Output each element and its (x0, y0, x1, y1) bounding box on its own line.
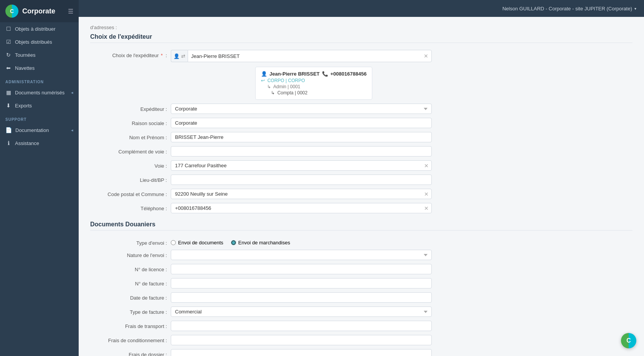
frais-cond-input[interactable] (171, 335, 432, 345)
nom-prenom-input[interactable] (171, 132, 432, 142)
form-row-type-facture: Type de facture : Commercial (90, 307, 632, 317)
form-row-lieu-dit: Lieu-dit/BP : (90, 175, 632, 185)
expediteur-icon-group: 👤 ⇄ (171, 50, 188, 62)
telephone-clear-icon[interactable]: ✕ (424, 205, 429, 211)
form-row-choix-expediteur: Choix de l'expéditeur * : 👤 ⇄ ✕ (90, 50, 632, 62)
person-info-card: 👤 Jean-Pierre BRISSET 📞 +008016788456 ↩ … (255, 67, 372, 100)
code-postal-input[interactable] (171, 189, 432, 199)
frais-transport-label: Frais de transport : (90, 321, 167, 329)
info-corp: CORPO | CORPO (268, 78, 305, 83)
radio-envoi-documents[interactable]: Envoi de documents (171, 240, 223, 246)
form-row-type-envoi: Type d'envoi : Envoi de documents Envoi … (90, 237, 632, 246)
expediteur-main[interactable]: ✕ (188, 50, 432, 62)
form-row-expediteur: Expéditeur : Corporate (90, 104, 632, 114)
type-facture-label: Type de facture : (90, 307, 167, 315)
info-name-line: 👤 Jean-Pierre BRISSET 📞 +008016788456 (261, 71, 367, 77)
checkbox-empty-icon: ☐ (5, 26, 12, 32)
grid-icon: ▦ (5, 89, 12, 96)
expediteur-select[interactable]: Corporate (171, 104, 432, 114)
sidebar-item-documentation[interactable]: 📄 Documentation ◂ (0, 124, 79, 137)
form-row-date-facture: Date de facture : (90, 292, 632, 303)
section-title-douaniers: Documents Douaniers (90, 221, 632, 231)
arrow-icon: ◂ (71, 128, 73, 133)
telephone-label: Téléphone : (90, 203, 167, 211)
raison-sociale-input[interactable] (171, 118, 432, 128)
type-envoi-radio-group: Envoi de documents Envoi de marchandises (171, 237, 290, 246)
code-postal-label: Code postal et Commune : (90, 189, 167, 197)
form-row-code-postal: Code postal et Commune : ✕ (90, 189, 632, 199)
app-title: Corporate (22, 7, 55, 15)
sidebar-item-exports[interactable]: ⬇ Exports (0, 99, 79, 112)
form-row-frais-cond: Frais de conditionnement : (90, 335, 632, 345)
help-icon: C (626, 337, 631, 344)
sidebar-item-navettes[interactable]: ⬅ Navettes (0, 61, 79, 74)
info-sub-line: ↳ Admin | 0001 (261, 84, 367, 89)
radio-doc-label: Envoi de documents (178, 240, 223, 246)
lieu-dit-label: Lieu-dit/BP : (90, 175, 167, 183)
sidebar-item-objets-distribuer[interactable]: ☐ Objets à distribuer (0, 22, 79, 35)
telephone-input-wrapper: ✕ (171, 203, 432, 213)
clear-icon[interactable]: ✕ (424, 53, 428, 59)
required-mark: * (161, 53, 163, 58)
pre-section-text: d'adresses : (90, 25, 632, 33)
top-header: Nelson GUILLARD - Corporate - site JUPIT… (79, 0, 644, 17)
chevron-down-icon: ▾ (634, 7, 636, 11)
lieu-dit-input[interactable] (171, 175, 432, 185)
info-name: Jean-Pierre BRISSET (269, 71, 320, 77)
radio-envoi-marchandises[interactable]: Envoi de marchandises (231, 240, 290, 246)
checkbox-checked-icon: ☑ (5, 39, 12, 45)
form-row-raison-sociale: Raison sociale : (90, 118, 632, 128)
corp-arrow-icon: ↩ (261, 78, 265, 83)
choix-expediteur-label: Choix de l'expéditeur * : (90, 50, 167, 58)
complement-voie-label: Complément de voie : (90, 146, 167, 155)
frais-cond-label: Frais de conditionnement : (90, 335, 167, 343)
support-section-label: SUPPORT (0, 112, 79, 124)
person-icon: 👤 (173, 53, 180, 59)
nature-envoi-select[interactable] (171, 250, 432, 260)
frais-transport-input[interactable] (171, 321, 432, 331)
code-postal-clear-icon[interactable]: ✕ (424, 191, 429, 197)
bus-icon: ⬅ (5, 65, 12, 71)
sidebar-header: C Corporate ☰ (0, 0, 79, 22)
info-corp-line: ↩ CORPO | CORPO (261, 78, 367, 83)
radio-march-input[interactable] (231, 240, 236, 245)
date-facture-input[interactable] (171, 292, 432, 303)
date-facture-label: Date de facture : (90, 292, 167, 301)
frais-dossier-label: Frais de dossier : (90, 349, 167, 356)
sidebar-item-assistance[interactable]: ℹ Assistance (0, 137, 79, 150)
type-facture-select[interactable]: Commercial (171, 307, 432, 317)
subsub-arrow-icon: ↳ (271, 90, 275, 96)
info-sub: Admin | 0001 (273, 84, 301, 89)
num-facture-input[interactable] (171, 278, 432, 288)
voie-input[interactable] (171, 160, 432, 171)
main-content: Nelson GUILLARD - Corporate - site JUPIT… (79, 0, 644, 356)
hamburger-icon[interactable]: ☰ (68, 8, 73, 15)
complement-voie-input[interactable] (171, 146, 432, 157)
form-row-frais-transport: Frais de transport : (90, 321, 632, 331)
form-row-num-licence: N° de licence : (90, 264, 632, 274)
sidebar: C Corporate ☰ ☐ Objets à distribuer ☑ Ob… (0, 0, 79, 356)
radio-doc-input[interactable] (171, 240, 176, 245)
float-help-button[interactable]: C (621, 333, 636, 348)
voie-clear-icon[interactable]: ✕ (424, 163, 429, 169)
sidebar-item-documents-numerises[interactable]: ▦ Documents numérisés ◂ (0, 86, 79, 99)
choix-expediteur-input[interactable] (191, 53, 422, 59)
num-licence-input[interactable] (171, 264, 432, 274)
telephone-input[interactable] (171, 203, 432, 213)
num-facture-label: N° de facture : (90, 278, 167, 287)
form-row-telephone: Téléphone : ✕ (90, 203, 632, 213)
phone-icon: 📞 (322, 71, 328, 77)
info-icon: ℹ (5, 140, 12, 146)
user-menu[interactable]: Nelson GUILLARD - Corporate - site JUPIT… (502, 6, 636, 12)
admin-section-label: ADMINISTRATION (0, 74, 79, 86)
sidebar-item-tournees[interactable]: ↻ Tournées (0, 48, 79, 61)
type-envoi-label: Type d'envoi : (90, 237, 167, 246)
num-licence-label: N° de licence : (90, 264, 167, 272)
info-subsub: Compta | 0002 (277, 90, 308, 96)
frais-dossier-input[interactable] (171, 349, 432, 356)
sync-icon: ⇄ (181, 53, 185, 59)
sidebar-item-objets-distribues[interactable]: ☑ Objets distribués (0, 35, 79, 48)
form-row-frais-dossier: Frais de dossier : (90, 349, 632, 356)
user-label: Nelson GUILLARD - Corporate - site JUPIT… (502, 6, 632, 12)
app-logo: C (5, 5, 18, 18)
